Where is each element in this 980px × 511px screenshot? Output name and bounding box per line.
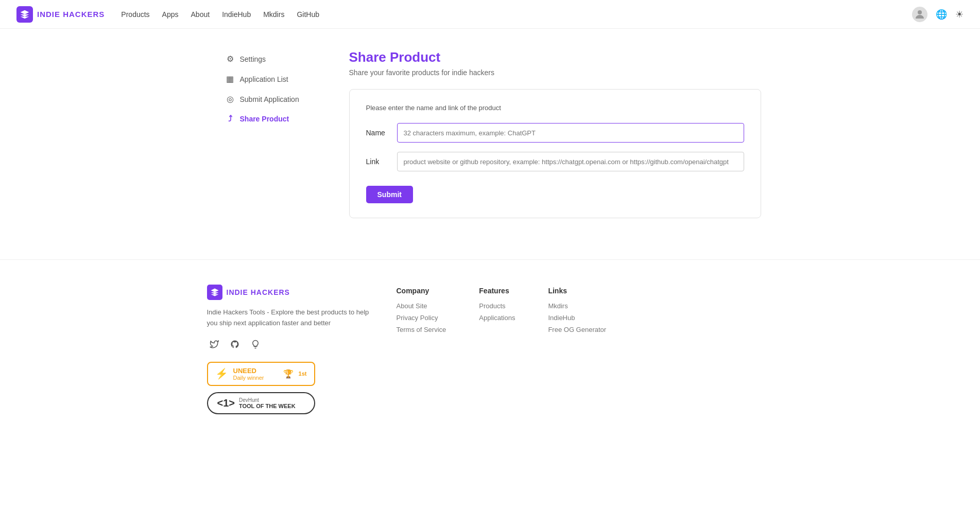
- devhunt-week-label: TOOL OF THE WEEK: [239, 403, 296, 409]
- form-hint: Please enter the name and link of the pr…: [366, 104, 744, 112]
- footer-columns: Company About Site Privacy Policy Terms …: [397, 285, 773, 414]
- nav-products[interactable]: Products: [121, 10, 149, 19]
- footer-logo-area: INDIE HACKERS: [207, 285, 372, 300]
- footer-inner: INDIE HACKERS Indie Hackers Tools - Expl…: [207, 285, 773, 414]
- footer-link-applications[interactable]: Applications: [479, 314, 515, 322]
- footer-link-privacy-policy[interactable]: Privacy Policy: [397, 314, 446, 322]
- footer-col-company-heading: Company: [397, 287, 446, 295]
- github-icon[interactable]: [228, 337, 242, 351]
- logo-icon: [16, 6, 33, 23]
- link-row: Link: [366, 152, 744, 171]
- sidebar-label-submit-application: Submit Application: [240, 95, 299, 103]
- settings-icon: ⚙: [226, 54, 235, 64]
- nav-about[interactable]: About: [191, 10, 210, 19]
- footer-logo-text: INDIE HACKERS: [227, 288, 290, 296]
- badge-uneed-content: UNEED Daily winner: [233, 367, 264, 381]
- nav-indiehub[interactable]: IndieHub: [222, 10, 251, 19]
- language-icon[interactable]: 🌐: [936, 9, 947, 20]
- devhunt-content: DevHunt TOOL OF THE WEEK: [239, 397, 296, 409]
- footer-col-features-heading: Features: [479, 287, 515, 295]
- nav-github[interactable]: GitHub: [297, 10, 319, 19]
- link-label: Link: [366, 157, 397, 166]
- header: INDIE HACKERS Products Apps About IndieH…: [0, 0, 980, 29]
- footer: INDIE HACKERS Indie Hackers Tools - Expl…: [0, 260, 980, 435]
- badge-uneed[interactable]: ⚡ UNEED Daily winner 🏆 1st: [207, 362, 315, 386]
- submit-icon: ◎: [226, 94, 235, 104]
- bulb-icon[interactable]: [248, 337, 263, 351]
- main-layout: ⚙ Settings ▦ Application List ◎ Submit A…: [207, 29, 773, 239]
- link-input[interactable]: [397, 152, 744, 171]
- main-nav: Products Apps About IndieHub Mkdirs GitH…: [121, 10, 912, 19]
- svg-point-0: [918, 10, 922, 14]
- footer-link-products[interactable]: Products: [479, 302, 515, 310]
- twitter-icon[interactable]: [207, 337, 221, 351]
- footer-col-links: Links Mkdirs IndieHub Free OG Generator: [548, 287, 606, 414]
- devhunt-brand: DevHunt: [239, 397, 296, 403]
- trophy-icon: 🏆: [283, 369, 294, 379]
- sidebar-label-share-product: Share Product: [240, 115, 289, 123]
- badge-uneed-rank: 1st: [299, 371, 307, 377]
- sidebar-item-settings[interactable]: ⚙ Settings: [219, 49, 333, 68]
- sidebar-label-application-list: Application List: [240, 75, 288, 83]
- nav-apps[interactable]: Apps: [162, 10, 179, 19]
- avatar[interactable]: [912, 7, 927, 22]
- sidebar-item-application-list[interactable]: ▦ Application List: [219, 69, 333, 89]
- sidebar-item-submit-application[interactable]: ◎ Submit Application: [219, 90, 333, 109]
- page-title: Share Product: [349, 49, 761, 65]
- name-row: Name: [366, 123, 744, 143]
- main-content: Share Product Share your favorite produc…: [349, 49, 761, 218]
- footer-col-company: Company About Site Privacy Policy Terms …: [397, 287, 446, 414]
- footer-link-indiehub[interactable]: IndieHub: [548, 314, 606, 322]
- share-product-form-card: Please enter the name and link of the pr…: [349, 89, 761, 218]
- badge-devhunt[interactable]: <1> DevHunt TOOL OF THE WEEK: [207, 392, 315, 414]
- bolt-icon: ⚡: [215, 367, 228, 380]
- footer-description: Indie Hackers Tools - Explore the best p…: [207, 307, 372, 329]
- footer-link-terms-of-service[interactable]: Terms of Service: [397, 326, 446, 333]
- badge-uneed-sublabel: Daily winner: [233, 375, 264, 381]
- sidebar-item-share-product[interactable]: ⤴ Share Product: [219, 110, 333, 128]
- footer-brand: INDIE HACKERS Indie Hackers Tools - Expl…: [207, 285, 372, 414]
- share-icon: ⤴: [226, 114, 235, 124]
- submit-button[interactable]: Submit: [366, 186, 413, 203]
- nav-mkdirs[interactable]: Mkdirs: [263, 10, 284, 19]
- badge-uneed-brand: UNEED: [233, 367, 264, 375]
- app-list-icon: ▦: [226, 74, 235, 84]
- logo[interactable]: INDIE HACKERS: [16, 6, 105, 23]
- footer-socials: [207, 337, 372, 351]
- header-actions: 🌐 ☀: [912, 7, 964, 22]
- devhunt-rank-num: <1>: [217, 397, 235, 409]
- footer-link-free-og-generator[interactable]: Free OG Generator: [548, 326, 606, 333]
- footer-link-about-site[interactable]: About Site: [397, 302, 446, 310]
- theme-icon[interactable]: ☀: [955, 9, 964, 20]
- footer-col-links-heading: Links: [548, 287, 606, 295]
- sidebar: ⚙ Settings ▦ Application List ◎ Submit A…: [219, 49, 333, 218]
- page-subtitle: Share your favorite products for indie h…: [349, 68, 761, 77]
- footer-col-features: Features Products Applications: [479, 287, 515, 414]
- footer-logo-icon: [207, 285, 222, 300]
- name-input[interactable]: [397, 123, 744, 143]
- sidebar-label-settings: Settings: [240, 55, 266, 63]
- footer-link-mkdirs[interactable]: Mkdirs: [548, 302, 606, 310]
- logo-text: INDIE HACKERS: [37, 10, 105, 19]
- name-label: Name: [366, 129, 397, 137]
